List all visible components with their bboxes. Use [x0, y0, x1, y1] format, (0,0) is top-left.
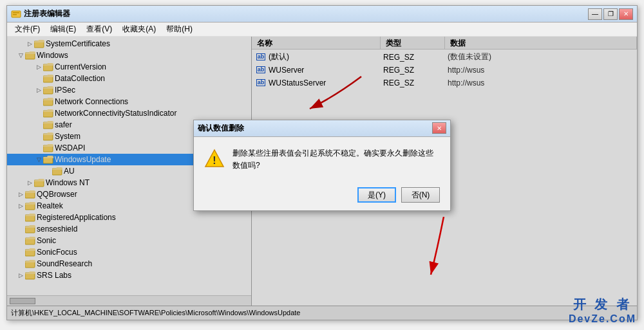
no-button[interactable]: 否(N) [401, 187, 440, 203]
title-bar: 注册表编辑器 — ❐ ✕ [7, 6, 637, 23]
watermark-top: 开 发 者 [569, 296, 636, 313]
dialog-title: 确认数值删除 [198, 123, 432, 134]
app-icon [11, 9, 21, 19]
confirm-delete-dialog: 确认数值删除 ✕ ! 删除某些注册表值会引起系统不稳定。确实要永久删除这些数值吗… [193, 120, 451, 211]
dialog-overlay: 确认数值删除 ✕ ! 删除某些注册表值会引起系统不稳定。确实要永久删除这些数值吗… [7, 37, 637, 320]
menu-help[interactable]: 帮助(H) [161, 23, 198, 36]
window-title: 注册表编辑器 [24, 8, 588, 19]
menu-file[interactable]: 文件(F) [10, 23, 45, 36]
dialog-content: ! 删除某些注册表值会引起系统不稳定。确实要永久删除这些数值吗? [194, 137, 450, 182]
registry-editor-window: 注册表编辑器 — ❐ ✕ 文件(F) 编辑(E) 查看(V) 收藏夹(A) 帮助… [6, 5, 638, 320]
dialog-title-bar: 确认数值删除 ✕ [194, 120, 450, 137]
menu-favorites[interactable]: 收藏夹(A) [117, 23, 161, 36]
yes-button[interactable]: 是(Y) [357, 187, 396, 203]
svg-rect-2 [13, 14, 17, 15]
menu-bar: 文件(F) 编辑(E) 查看(V) 收藏夹(A) 帮助(H) [7, 23, 637, 37]
dialog-close-button[interactable]: ✕ [432, 122, 446, 134]
minimize-button[interactable]: — [588, 8, 602, 20]
svg-text:!: ! [213, 155, 216, 166]
svg-rect-1 [13, 12, 19, 14]
dialog-message: 删除某些注册表值会引起系统不稳定。确实要永久删除这些数值吗? [232, 147, 440, 172]
window-controls: — ❐ ✕ [588, 8, 633, 20]
dialog-buttons: 是(Y) 否(N) [194, 182, 450, 210]
close-button[interactable]: ✕ [619, 8, 633, 20]
dialog-arrow-annotation [418, 217, 469, 281]
menu-edit[interactable]: 编辑(E) [45, 23, 81, 36]
menu-view[interactable]: 查看(V) [81, 23, 117, 36]
watermark-bottom: DevZe.CoM [569, 313, 636, 325]
watermark: 开 发 者 DevZe.CoM [569, 296, 636, 325]
restore-button[interactable]: ❐ [603, 8, 618, 20]
warning-icon: ! [204, 149, 225, 169]
